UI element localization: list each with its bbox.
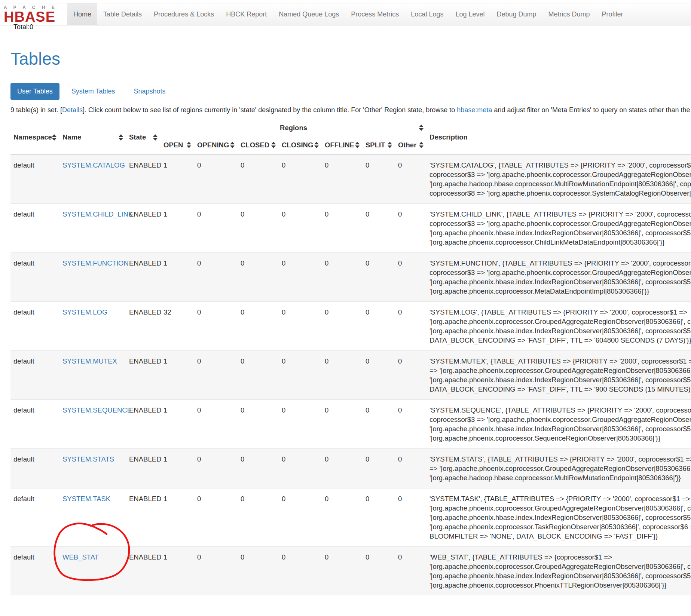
cell-regions-open[interactable]: 32 (160, 302, 194, 351)
hbase-meta-link[interactable]: hbase:meta (457, 106, 492, 114)
nav-item-hbck-report[interactable]: HBCK Report (220, 3, 273, 25)
sort-icon[interactable] (355, 142, 360, 148)
sort-icon[interactable] (187, 142, 191, 148)
cell-regions-split[interactable]: 0 (363, 547, 395, 596)
table-name-link[interactable]: SYSTEM.TASK (62, 495, 110, 503)
cell-regions-offline[interactable]: 0 (322, 449, 363, 488)
nav-item-home[interactable]: Home (67, 3, 97, 25)
nav-item-process-metrics[interactable]: Process Metrics (345, 3, 405, 25)
cell-regions-closed[interactable]: 0 (238, 351, 279, 400)
table-name-link[interactable]: WEB_STAT (62, 553, 99, 561)
nav-item-profiler[interactable]: Profiler (596, 3, 629, 25)
cell-regions-opening[interactable]: 0 (194, 488, 238, 547)
cell-regions-closing[interactable]: 0 (279, 253, 322, 302)
sort-icon[interactable] (153, 134, 158, 141)
table-name-link[interactable]: SYSTEM.MUTEX (62, 357, 117, 365)
cell-regions-offline[interactable]: 0 (322, 547, 363, 596)
cell-regions-open[interactable]: 1 (160, 547, 194, 596)
cell-regions-closed[interactable]: 0 (238, 547, 279, 596)
cell-regions-offline[interactable]: 0 (322, 400, 363, 449)
cell-regions-offline[interactable]: 0 (322, 253, 363, 302)
cell-regions-open[interactable]: 1 (160, 154, 194, 204)
cell-regions-opening[interactable]: 0 (194, 253, 238, 302)
cell-regions-closed[interactable]: 0 (238, 204, 279, 253)
hbase-logo[interactable]: A P A C H E HBASE (0, 3, 67, 25)
nav-item-metrics-dump[interactable]: Metrics Dump (542, 3, 596, 25)
cell-regions-other[interactable]: 0 (395, 302, 426, 351)
header-state[interactable]: State (126, 120, 160, 154)
tab-user-tables[interactable]: User Tables (10, 83, 59, 100)
cell-regions-open[interactable]: 1 (160, 351, 194, 400)
cell-regions-closing[interactable]: 0 (279, 154, 322, 204)
cell-regions-opening[interactable]: 0 (194, 302, 238, 351)
cell-regions-split[interactable]: 0 (363, 449, 395, 488)
cell-regions-closing[interactable]: 0 (279, 400, 322, 449)
cell-regions-open[interactable]: 1 (160, 253, 194, 302)
cell-regions-other[interactable]: 0 (395, 547, 426, 596)
table-name-link[interactable]: SYSTEM.FUNCTION (62, 259, 129, 267)
cell-regions-closing[interactable]: 0 (279, 204, 322, 253)
cell-regions-closed[interactable]: 0 (238, 253, 279, 302)
header-regions-group[interactable]: Regions (160, 120, 426, 136)
cell-regions-split[interactable]: 0 (363, 204, 395, 253)
nav-item-procedures-locks[interactable]: Procedures & Locks (148, 3, 220, 25)
nav-item-local-logs[interactable]: Local Logs (405, 3, 449, 25)
cell-regions-opening[interactable]: 0 (194, 547, 238, 596)
table-name-link[interactable]: SYSTEM.CHILD_LINK (62, 210, 133, 218)
cell-regions-opening[interactable]: 0 (194, 449, 238, 488)
header-region-closing[interactable]: CLOSING (279, 136, 322, 154)
sort-icon[interactable] (314, 142, 319, 148)
details-link[interactable]: Details (62, 106, 83, 114)
cell-regions-offline[interactable]: 0 (322, 302, 363, 351)
cell-regions-closed[interactable]: 0 (238, 449, 279, 488)
cell-regions-offline[interactable]: 0 (322, 154, 363, 204)
cell-regions-other[interactable]: 0 (395, 488, 426, 547)
cell-regions-open[interactable]: 1 (160, 204, 194, 253)
cell-regions-other[interactable]: 0 (395, 351, 426, 400)
cell-regions-closing[interactable]: 0 (279, 302, 322, 351)
nav-item-table-details[interactable]: Table Details (97, 3, 148, 25)
header-region-split[interactable]: SPLIT (363, 136, 395, 154)
cell-regions-opening[interactable]: 0 (194, 204, 238, 253)
cell-regions-split[interactable]: 0 (363, 351, 395, 400)
sort-icon[interactable] (419, 125, 424, 131)
header-region-open[interactable]: OPEN (160, 136, 194, 154)
header-region-offline[interactable]: OFFLINE (322, 136, 363, 154)
cell-regions-closed[interactable]: 0 (238, 400, 279, 449)
cell-regions-split[interactable]: 0 (363, 400, 395, 449)
sort-icon[interactable] (52, 134, 56, 141)
table-name-link[interactable]: SYSTEM.CATALOG (62, 161, 125, 169)
cell-regions-closing[interactable]: 0 (279, 547, 322, 596)
table-name-link[interactable]: SYSTEM.LOG (62, 308, 107, 316)
cell-regions-offline[interactable]: 0 (322, 488, 363, 547)
cell-regions-split[interactable]: 0 (363, 253, 395, 302)
cell-regions-split[interactable]: 0 (363, 154, 395, 204)
header-region-closed[interactable]: CLOSED (238, 136, 279, 154)
cell-regions-closing[interactable]: 0 (279, 449, 322, 488)
tab-snapshots[interactable]: Snapshots (127, 83, 172, 100)
cell-regions-split[interactable]: 0 (363, 302, 395, 351)
cell-regions-offline[interactable]: 0 (322, 351, 363, 400)
header-name[interactable]: Name (59, 120, 126, 154)
cell-regions-closing[interactable]: 0 (279, 351, 322, 400)
header-region-other[interactable]: Other (395, 136, 426, 154)
cell-regions-opening[interactable]: 0 (194, 154, 238, 204)
nav-item-log-level[interactable]: Log Level (449, 3, 490, 25)
cell-regions-opening[interactable]: 0 (194, 400, 238, 449)
sort-icon[interactable] (230, 142, 235, 148)
cell-regions-offline[interactable]: 0 (322, 204, 363, 253)
cell-regions-other[interactable]: 0 (395, 400, 426, 449)
nav-item-debug-dump[interactable]: Debug Dump (491, 3, 542, 25)
cell-regions-open[interactable]: 1 (160, 449, 194, 488)
cell-regions-other[interactable]: 0 (395, 449, 426, 488)
sort-icon[interactable] (119, 134, 123, 141)
table-name-link[interactable]: SYSTEM.STATS (62, 455, 114, 463)
cell-regions-other[interactable]: 0 (395, 154, 426, 204)
nav-item-named-queue-logs[interactable]: Named Queue Logs (273, 3, 345, 25)
cell-regions-closing[interactable]: 0 (279, 488, 322, 547)
table-name-link[interactable]: SYSTEM.SEQUENCE (62, 406, 132, 414)
cell-regions-other[interactable]: 0 (395, 204, 426, 253)
cell-regions-split[interactable]: 0 (363, 488, 395, 547)
cell-regions-closed[interactable]: 0 (238, 488, 279, 547)
tab-system-tables[interactable]: System Tables (65, 83, 122, 100)
